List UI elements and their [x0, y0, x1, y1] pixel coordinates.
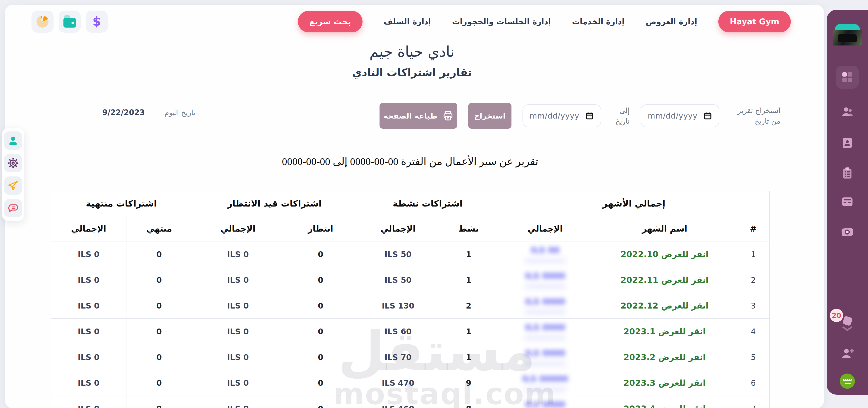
send-button[interactable]	[4, 176, 22, 195]
month-link[interactable]: انقر للعرض 2023.1	[592, 319, 737, 344]
offers-badge: 20	[830, 309, 843, 322]
month-total-blurred: ILS 0000	[498, 396, 592, 408]
active-total: ILS 470	[357, 370, 439, 396]
row-index: 2	[737, 267, 770, 293]
month-total-blurred: ILS 00000	[498, 370, 592, 396]
month-total-blurred: ILS 0000	[498, 293, 592, 319]
from-date-label: استخراج تقرير من تاريخ	[730, 105, 780, 127]
camera-icon	[840, 225, 855, 239]
chat-button[interactable]	[4, 199, 22, 217]
reports-pie-button[interactable]	[31, 10, 54, 33]
month-link[interactable]: انقر للعرض 2023.2	[592, 344, 737, 370]
pending-count: 0	[284, 267, 357, 293]
sidebar-add-member-button[interactable]	[836, 346, 859, 361]
sidebar-camera-button[interactable]	[836, 225, 859, 239]
to-date-input[interactable]: mm/dd/yyyy	[523, 104, 601, 127]
quick-actions: $	[31, 10, 108, 33]
active-total: ILS 460	[357, 396, 439, 408]
table-row: 6انقر للعرض 2023.3ILS 000009ILS 4700ILS …	[51, 370, 770, 396]
extract-button[interactable]: استخراج	[468, 103, 512, 129]
expired-count: 0	[126, 293, 192, 319]
active-count: 2	[439, 293, 498, 319]
month-link[interactable]: انقر للعرض 2022.10	[592, 241, 737, 267]
row-index: 3	[737, 293, 770, 319]
profile-button[interactable]	[4, 131, 22, 150]
sidebar-subscriptions-button[interactable]	[836, 166, 859, 180]
gear-icon	[7, 157, 19, 169]
table-row: 2انقر للعرض 2022.11ILS 00001ILS 500ILS 0…	[51, 267, 770, 293]
pending-total: ILS 0	[192, 267, 284, 293]
month-link[interactable]: انقر للعرض 2022.11	[592, 267, 737, 293]
nav-item-offers[interactable]: إدارة العروض	[646, 17, 697, 26]
divider	[43, 100, 782, 100]
row-index: 4	[737, 319, 770, 344]
sidebar-payments-button[interactable]	[836, 195, 859, 209]
right-sidebar: 20	[827, 10, 868, 395]
table-row: 5انقر للعرض 2023.2ILS 00001ILS 700ILS 00…	[51, 344, 770, 370]
subscriptions-report-table: إجمالي الأشهر اشتراكات نشطة اشتراكات قيد…	[51, 191, 769, 408]
left-dock	[2, 128, 24, 221]
pending-count: 0	[284, 319, 357, 344]
nav-item-sessions[interactable]: إدارة الجلسات والحجوزات	[452, 17, 551, 26]
sidebar-language-button[interactable]	[836, 374, 859, 389]
active-total: ILS 50	[357, 241, 439, 267]
dollar-icon: $	[92, 15, 101, 28]
today-date: 9/22/2023	[102, 108, 145, 117]
expired-count: 0	[126, 344, 192, 370]
active-count: 1	[439, 241, 498, 267]
expired-count: 0	[126, 267, 192, 293]
page-title: نادي حياة جيم	[0, 43, 824, 60]
active-count: 9	[439, 370, 498, 396]
print-page-button[interactable]: طباعة الصفحة	[379, 103, 457, 129]
paper-plane-icon	[7, 180, 19, 191]
month-link[interactable]: انقر للعرض 2023.4	[592, 396, 737, 408]
col-active-total: الإجمالي	[357, 216, 439, 241]
calendar-icon	[585, 111, 594, 120]
sidebar-dashboard-button[interactable]	[836, 66, 859, 89]
settings-button[interactable]	[4, 154, 22, 172]
table-row: 1انقر للعرض 2022.10ILS 001ILS 500ILS 00I…	[51, 241, 770, 267]
today-label: تاريخ اليوم	[164, 108, 195, 117]
month-link[interactable]: انقر للعرض 2022.12	[592, 293, 737, 319]
expired-total: ILS 0	[51, 267, 126, 293]
expired-count: 0	[126, 370, 192, 396]
expired-total: ILS 0	[51, 293, 126, 319]
print-page-label: طباعة الصفحة	[383, 111, 437, 121]
brand-button[interactable]: Hayat Gym	[718, 11, 791, 32]
group-active: اشتراكات نشطة	[357, 191, 498, 216]
col-pending-total: الإجمالي	[192, 216, 284, 241]
pending-count: 0	[284, 396, 357, 408]
row-index: 6	[737, 370, 770, 396]
group-months-total: إجمالي الأشهر	[498, 191, 770, 216]
report-controls: استخراج تقرير من تاريخ mm/dd/yyyy إلى تا…	[379, 103, 780, 129]
pending-count: 0	[284, 370, 357, 396]
nav-item-advances[interactable]: إدارة السلف	[384, 17, 431, 26]
expired-total: ILS 0	[51, 241, 126, 267]
pending-total: ILS 0	[192, 241, 284, 267]
table-row: 4انقر للعرض 2023.1ILS 00001ILS 600ILS 00…	[51, 319, 770, 344]
col-month-name: اسم الشهر	[592, 216, 737, 241]
pending-total: ILS 0	[192, 370, 284, 396]
col-index: #	[737, 216, 770, 241]
to-date-placeholder: mm/dd/yyyy	[530, 111, 580, 121]
quick-search-button[interactable]: بحث سريع	[298, 11, 363, 32]
active-total: ILS 50	[357, 267, 439, 293]
expired-count: 0	[126, 319, 192, 344]
table-row: 3انقر للعرض 2022.12ILS 00002ILS 1300ILS …	[51, 293, 770, 319]
month-total-blurred: ILS 00	[498, 241, 592, 267]
expired-total: ILS 0	[51, 396, 126, 408]
wallet-button[interactable]	[59, 10, 81, 33]
gym-logo[interactable]	[833, 24, 862, 46]
today-block: تاريخ اليوم 9/22/2023	[102, 108, 195, 117]
sidebar-members-button[interactable]	[836, 105, 859, 119]
nav-item-services[interactable]: إدارة الخدمات	[572, 17, 625, 26]
month-total-blurred: ILS 0000	[498, 319, 592, 344]
from-date-input[interactable]: mm/dd/yyyy	[641, 104, 719, 127]
calendar-icon	[704, 111, 712, 120]
active-total: ILS 70	[357, 344, 439, 370]
pending-count: 0	[284, 241, 357, 267]
sidebar-member-card-button[interactable]	[836, 136, 859, 150]
month-link[interactable]: انقر للعرض 2023.3	[592, 370, 737, 396]
sidebar-offers-button[interactable]: 20	[836, 315, 859, 333]
finance-button[interactable]: $	[86, 10, 108, 33]
